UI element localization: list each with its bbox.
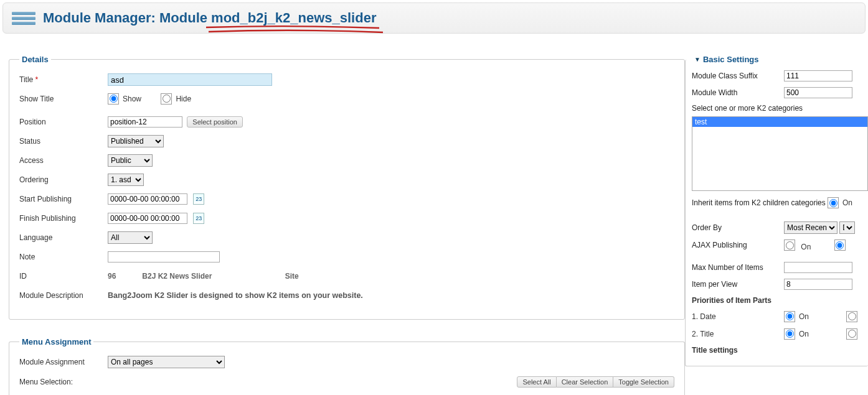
start-publishing-label: Start Publishing: [19, 195, 108, 203]
order-by-label: Order By: [692, 223, 784, 232]
details-fieldset: Details Title * Show Title Show Hide: [9, 55, 685, 320]
module-class-suffix-input[interactable]: [784, 70, 852, 81]
id-label: ID: [19, 272, 108, 281]
item-per-view-input[interactable]: [784, 279, 852, 290]
item-per-view-label: Item per View: [692, 280, 784, 289]
title-settings-heading: Title settings: [692, 346, 868, 355]
module-icon: [12, 8, 35, 28]
priority-1-off-radio[interactable]: [846, 311, 857, 322]
ajax-publishing-label: AJAX Publishing: [692, 241, 784, 249]
menu-selection-label: Menu Selection:: [19, 378, 73, 386]
show-option-label: Show: [123, 95, 141, 103]
access-select[interactable]: Public: [108, 154, 153, 167]
details-legend: Details: [19, 55, 51, 64]
collapse-icon: ▼: [694, 56, 701, 63]
max-items-input[interactable]: [784, 262, 852, 273]
module-class-suffix-label: Module Class Suffix: [692, 72, 784, 80]
inherit-children-label: Inherit items from K2 children categorie…: [692, 198, 828, 207]
calendar-icon[interactable]: [193, 213, 204, 224]
position-label: Position: [19, 118, 108, 126]
ajax-on-label: On: [801, 243, 811, 251]
module-type-value: B2J K2 News Slider: [142, 272, 283, 281]
priorities-heading: Priorities of Item Parts: [692, 296, 868, 305]
order-direction-select[interactable]: De: [839, 221, 855, 234]
k2-category-option[interactable]: test: [692, 117, 867, 127]
basic-settings-legend[interactable]: ▼ Basic Settings: [692, 55, 762, 64]
menu-assignment-fieldset: Menu Assignment Module Assignment On all…: [9, 337, 685, 395]
page-header: Module Manager: Module mod_b2j_k2_news_s…: [2, 2, 866, 34]
note-label: Note: [19, 253, 108, 261]
on-label: On: [842, 198, 852, 207]
note-input[interactable]: [108, 251, 220, 263]
language-label: Language: [19, 233, 108, 242]
priority-2-off-radio[interactable]: [846, 328, 857, 340]
ajax-off-radio[interactable]: [834, 239, 846, 251]
client-value: Site: [285, 272, 299, 281]
start-publishing-input[interactable]: [108, 193, 187, 205]
calendar-icon[interactable]: [193, 193, 204, 205]
ordering-label: Ordering: [19, 175, 108, 184]
select-position-button[interactable]: Select position: [187, 116, 243, 128]
position-input[interactable]: [108, 116, 182, 128]
toggle-selection-button[interactable]: Toggle Selection: [613, 376, 674, 388]
k2-categories-label: Select one or more K2 categories: [692, 104, 868, 113]
select-all-button[interactable]: Select All: [517, 376, 556, 388]
module-assignment-select[interactable]: On all pages: [108, 356, 225, 368]
hide-option-label: Hide: [176, 95, 191, 103]
id-value: 96: [108, 272, 140, 281]
inherit-on-radio[interactable]: [828, 197, 839, 208]
module-width-label: Module Width: [692, 88, 784, 97]
module-width-input[interactable]: [784, 87, 852, 98]
showtitle-show-radio[interactable]: [108, 93, 119, 105]
menu-assignment-legend: Menu Assignment: [19, 337, 93, 346]
priority-1-on-radio[interactable]: [784, 311, 795, 322]
k2-categories-select[interactable]: test: [692, 116, 868, 191]
menu-selection-toolbar: Select AllClear SelectionToggle Selectio…: [517, 376, 674, 388]
ordering-select[interactable]: 1. asd: [108, 174, 144, 186]
ajax-on-radio[interactable]: [784, 239, 795, 251]
showtitle-label: Show Title: [19, 95, 108, 103]
title-input[interactable]: [108, 73, 272, 86]
annotation-underline: [205, 25, 385, 37]
max-items-label: Max Number of Items: [692, 263, 784, 272]
finish-publishing-input[interactable]: [108, 213, 187, 224]
title-label: Title: [19, 75, 33, 84]
basic-settings-fieldset: ▼ Basic Settings Module Class Suffix Mod…: [685, 55, 868, 366]
finish-publishing-label: Finish Publishing: [19, 214, 108, 223]
status-label: Status: [19, 137, 108, 146]
module-assignment-label: Module Assignment: [19, 358, 108, 366]
module-description-value: Bang2Joom K2 Slider is designed to show …: [108, 291, 674, 300]
priority-2-on-radio[interactable]: [784, 328, 795, 340]
showtitle-hide-radio[interactable]: [161, 93, 172, 105]
order-by-select[interactable]: Most Recent: [784, 221, 837, 234]
status-select[interactable]: Published: [108, 135, 164, 147]
page-title: Module Manager: Module mod_b2j_k2_news_s…: [43, 10, 376, 26]
priority-1-label: 1. Date: [692, 312, 784, 321]
language-select[interactable]: All: [108, 231, 153, 244]
clear-selection-button[interactable]: Clear Selection: [557, 376, 614, 388]
module-description-label: Module Description: [19, 291, 108, 300]
priority-2-label: 2. Title: [692, 330, 784, 338]
access-label: Access: [19, 156, 108, 165]
